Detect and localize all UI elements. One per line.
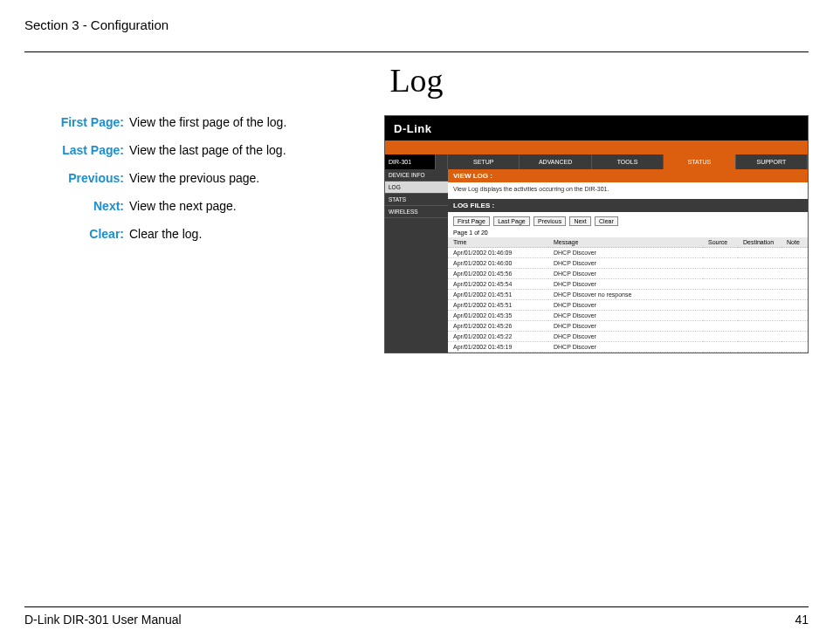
main-content: First Page: View the first page of the l… <box>24 115 809 353</box>
cell-note <box>781 248 808 258</box>
panel-header-viewlog: VIEW LOG : <box>448 169 808 182</box>
cell-message: DHCP Discover <box>548 311 703 321</box>
page-title: Log <box>24 61 809 99</box>
col-note: Note <box>781 237 808 248</box>
glossary-term: First Page: <box>35 115 129 129</box>
col-time: Time <box>448 237 548 248</box>
tab-support[interactable]: SUPPORT <box>736 154 808 169</box>
cell-note <box>781 342 808 353</box>
footer-manual-title: D-Link DIR-301 User Manual <box>24 613 182 627</box>
header-rule <box>24 51 809 52</box>
cell-destination <box>738 332 781 342</box>
next-button[interactable]: Next <box>569 216 590 226</box>
cell-source <box>703 300 738 311</box>
glossary-term: Clear: <box>35 227 129 241</box>
sidebar: DEVICE INFO LOG STATS WIRELESS <box>385 169 448 353</box>
table-row: Apr/01/2002 01:45:35DHCP Discover <box>448 311 808 321</box>
sidebar-item-wireless[interactable]: WIRELESS <box>385 206 448 218</box>
first-page-button[interactable]: First Page <box>453 216 490 226</box>
logo-bar: D-Link <box>385 116 808 140</box>
last-page-button[interactable]: Last Page <box>493 216 530 226</box>
log-button-row: First Page Last Page Previous Next Clear <box>448 212 808 228</box>
cell-note <box>781 269 808 279</box>
glossary-def: View the previous page. <box>129 171 259 185</box>
cell-destination <box>738 269 781 279</box>
tab-advanced[interactable]: ADVANCED <box>520 154 591 169</box>
nav-divider <box>436 154 448 169</box>
table-row: Apr/01/2002 01:45:19DHCP Discover <box>448 342 808 353</box>
glossary-term: Previous: <box>35 171 129 185</box>
content-pane: VIEW LOG : View Log displays the activit… <box>448 169 808 353</box>
clear-button[interactable]: Clear <box>595 216 618 226</box>
cell-source <box>703 311 738 321</box>
cell-message: DHCP Discover <box>548 332 703 342</box>
cell-source <box>703 342 738 353</box>
log-table: Time Message Source Destination Note Apr… <box>448 237 808 353</box>
model-label: DIR-301 <box>385 154 436 169</box>
cell-note <box>781 311 808 321</box>
cell-note <box>781 258 808 269</box>
cell-destination <box>738 279 781 290</box>
cell-source <box>703 290 738 300</box>
cell-source <box>703 321 738 332</box>
page-footer: D-Link DIR-301 User Manual 41 <box>24 606 809 627</box>
table-row: Apr/01/2002 01:45:51DHCP Discover <box>448 300 808 311</box>
dlink-logo: D-Link <box>394 122 431 135</box>
cell-message: DHCP Discover <box>548 279 703 290</box>
cell-time: Apr/01/2002 01:45:54 <box>448 279 548 290</box>
glossary-row: Last Page: View the last page of the log… <box>35 143 374 157</box>
sidebar-item-device-info[interactable]: DEVICE INFO <box>385 169 448 182</box>
orange-band <box>385 140 808 154</box>
tab-status[interactable]: STATUS <box>664 154 735 169</box>
glossary-term: Last Page: <box>35 143 129 157</box>
cell-message: DHCP Discover <box>548 342 703 353</box>
page-info: Page 1 of 20 <box>448 228 808 237</box>
table-row: Apr/01/2002 01:46:00DHCP Discover <box>448 258 808 269</box>
cell-source <box>703 332 738 342</box>
tab-tools[interactable]: TOOLS <box>592 154 664 169</box>
glossary-row: Next: View the next page. <box>35 199 374 213</box>
cell-message: DHCP Discover <box>548 300 703 311</box>
cell-message: DHCP Discover no response <box>548 290 703 300</box>
cell-note <box>781 321 808 332</box>
sidebar-item-log[interactable]: LOG <box>385 182 448 194</box>
glossary-def: View the next page. <box>129 199 237 213</box>
glossary-row: First Page: View the first page of the l… <box>35 115 374 129</box>
glossary-def: View the last page of the log. <box>129 143 286 157</box>
table-row: Apr/01/2002 01:46:09DHCP Discover <box>448 248 808 258</box>
cell-destination <box>738 290 781 300</box>
cell-message: DHCP Discover <box>548 321 703 332</box>
cell-note <box>781 279 808 290</box>
cell-time: Apr/01/2002 01:45:19 <box>448 342 548 353</box>
col-message: Message <box>548 237 703 248</box>
glossary-def: View the first page of the log. <box>129 115 286 129</box>
glossary-row: Previous: View the previous page. <box>35 171 374 185</box>
cell-source <box>703 279 738 290</box>
cell-time: Apr/01/2002 01:45:51 <box>448 290 548 300</box>
table-row: Apr/01/2002 01:45:56DHCP Discover <box>448 269 808 279</box>
table-row: Apr/01/2002 01:45:26DHCP Discover <box>448 321 808 332</box>
col-destination: Destination <box>738 237 781 248</box>
cell-note <box>781 332 808 342</box>
cell-message: DHCP Discover <box>548 258 703 269</box>
router-body: DEVICE INFO LOG STATS WIRELESS VIEW LOG … <box>385 169 808 353</box>
tab-setup[interactable]: SETUP <box>448 154 520 169</box>
panel-header-logfiles: LOG FILES : <box>448 199 808 212</box>
cell-source <box>703 269 738 279</box>
cell-time: Apr/01/2002 01:45:26 <box>448 321 548 332</box>
glossary-row: Clear: Clear the log. <box>35 227 374 241</box>
cell-destination <box>738 300 781 311</box>
cell-destination <box>738 321 781 332</box>
sidebar-item-stats[interactable]: STATS <box>385 194 448 206</box>
glossary-term: Next: <box>35 199 129 213</box>
cell-message: DHCP Discover <box>548 269 703 279</box>
cell-destination <box>738 258 781 269</box>
footer-page-number: 41 <box>795 613 809 627</box>
router-screenshot: D-Link DIR-301 SETUP ADVANCED TOOLS STAT… <box>384 115 809 353</box>
nav-row: DIR-301 SETUP ADVANCED TOOLS STATUS SUPP… <box>385 154 808 169</box>
previous-button[interactable]: Previous <box>534 216 566 226</box>
cell-destination <box>738 248 781 258</box>
cell-time: Apr/01/2002 01:45:56 <box>448 269 548 279</box>
cell-note <box>781 300 808 311</box>
cell-time: Apr/01/2002 01:46:00 <box>448 258 548 269</box>
